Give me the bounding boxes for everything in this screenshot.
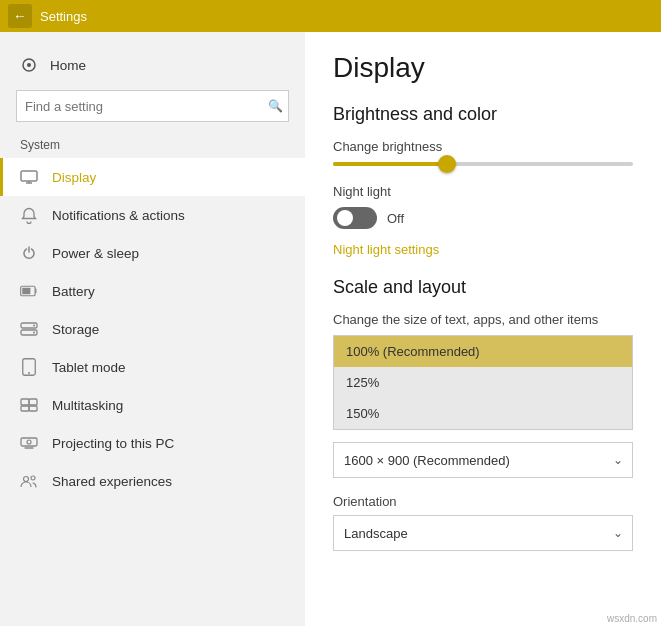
sidebar-item-display[interactable]: Display xyxy=(0,158,305,196)
watermark: wsxdn.com xyxy=(607,613,657,624)
svg-rect-17 xyxy=(21,438,37,446)
search-wrap: 🔍 xyxy=(0,82,305,134)
main-layout: Home 🔍 System DisplayNotifications & act… xyxy=(0,32,661,626)
power-icon xyxy=(20,244,38,262)
sidebar-item-storage[interactable]: Storage xyxy=(0,310,305,348)
scale-option[interactable]: 100% (Recommended) xyxy=(334,336,632,367)
sidebar-item-label-battery: Battery xyxy=(52,284,95,299)
section-brightness-title: Brightness and color xyxy=(333,104,633,125)
shared-icon xyxy=(20,472,38,490)
sidebar-item-notifications[interactable]: Notifications & actions xyxy=(0,196,305,234)
battery-icon xyxy=(20,282,38,300)
night-light-settings-link[interactable]: Night light settings xyxy=(333,242,439,257)
svg-rect-2 xyxy=(21,171,37,181)
content-area: Display Brightness and color Change brig… xyxy=(305,32,661,626)
window-title: Settings xyxy=(40,9,87,24)
notifications-icon xyxy=(20,206,38,224)
sidebar-item-label-display: Display xyxy=(52,170,96,185)
slider-track[interactable] xyxy=(333,162,633,166)
orientation-select-wrap: LandscapePortraitLandscape (flipped)Port… xyxy=(333,515,633,551)
svg-point-20 xyxy=(31,476,35,480)
svg-point-10 xyxy=(33,332,35,334)
storage-icon xyxy=(20,320,38,338)
sidebar-item-label-tablet: Tablet mode xyxy=(52,360,126,375)
search-input[interactable] xyxy=(16,90,289,122)
night-light-label: Night light xyxy=(333,184,633,199)
night-light-status: Off xyxy=(387,211,404,226)
svg-rect-6 xyxy=(22,288,30,294)
svg-point-9 xyxy=(33,325,35,327)
sidebar-item-projecting[interactable]: Projecting to this PC xyxy=(0,424,305,462)
scale-option[interactable]: 125% xyxy=(334,367,632,398)
svg-point-18 xyxy=(27,440,31,444)
night-light-toggle[interactable] xyxy=(333,207,377,229)
projecting-icon xyxy=(20,434,38,452)
display-icon xyxy=(20,168,38,186)
sidebar-item-home[interactable]: Home xyxy=(0,48,305,82)
resolution-select[interactable]: 1600 × 900 (Recommended)1366 × 7681280 ×… xyxy=(333,442,633,478)
scale-option[interactable]: 150% xyxy=(334,398,632,429)
scale-label: Change the size of text, apps, and other… xyxy=(333,312,633,327)
tablet-icon xyxy=(20,358,38,376)
sidebar-item-tablet[interactable]: Tablet mode xyxy=(0,348,305,386)
toggle-thumb xyxy=(337,210,353,226)
system-section-label: System xyxy=(0,134,305,158)
slider-fill xyxy=(333,162,447,166)
search-container: 🔍 xyxy=(16,90,289,122)
sidebar-item-label-shared: Shared experiences xyxy=(52,474,172,489)
section-scale-title: Scale and layout xyxy=(333,277,633,298)
nav-list: DisplayNotifications & actionsPower & sl… xyxy=(0,158,305,500)
svg-point-1 xyxy=(27,63,31,67)
sidebar: Home 🔍 System DisplayNotifications & act… xyxy=(0,32,305,626)
orientation-label: Orientation xyxy=(333,494,633,509)
sidebar-item-power[interactable]: Power & sleep xyxy=(0,234,305,272)
svg-point-19 xyxy=(24,477,29,482)
sidebar-item-shared[interactable]: Shared experiences xyxy=(0,462,305,500)
sidebar-item-label-notifications: Notifications & actions xyxy=(52,208,185,223)
page-title: Display xyxy=(333,52,633,84)
svg-rect-13 xyxy=(21,399,29,405)
svg-rect-14 xyxy=(29,399,37,405)
multitasking-icon xyxy=(20,396,38,414)
sidebar-item-label-multitasking: Multitasking xyxy=(52,398,123,413)
orientation-select[interactable]: LandscapePortraitLandscape (flipped)Port… xyxy=(333,515,633,551)
sidebar-item-label-storage: Storage xyxy=(52,322,99,337)
home-label: Home xyxy=(50,58,86,73)
sidebar-item-label-projecting: Projecting to this PC xyxy=(52,436,174,451)
svg-point-12 xyxy=(28,372,30,374)
svg-rect-15 xyxy=(21,406,29,411)
resolution-select-wrap: 1600 × 900 (Recommended)1366 × 7681280 ×… xyxy=(333,442,633,478)
slider-thumb[interactable] xyxy=(438,155,456,173)
back-button[interactable]: ← xyxy=(8,4,32,28)
sidebar-item-multitasking[interactable]: Multitasking xyxy=(0,386,305,424)
sidebar-item-battery[interactable]: Battery xyxy=(0,272,305,310)
night-light-row: Off xyxy=(333,207,633,229)
brightness-slider[interactable] xyxy=(333,162,633,166)
svg-rect-16 xyxy=(29,406,37,411)
brightness-label: Change brightness xyxy=(333,139,633,154)
titlebar: ← Settings xyxy=(0,0,661,32)
home-icon xyxy=(20,56,38,74)
sidebar-item-label-power: Power & sleep xyxy=(52,246,139,261)
back-icon: ← xyxy=(13,8,27,24)
scale-dropdown[interactable]: 100% (Recommended)125%150% xyxy=(333,335,633,430)
